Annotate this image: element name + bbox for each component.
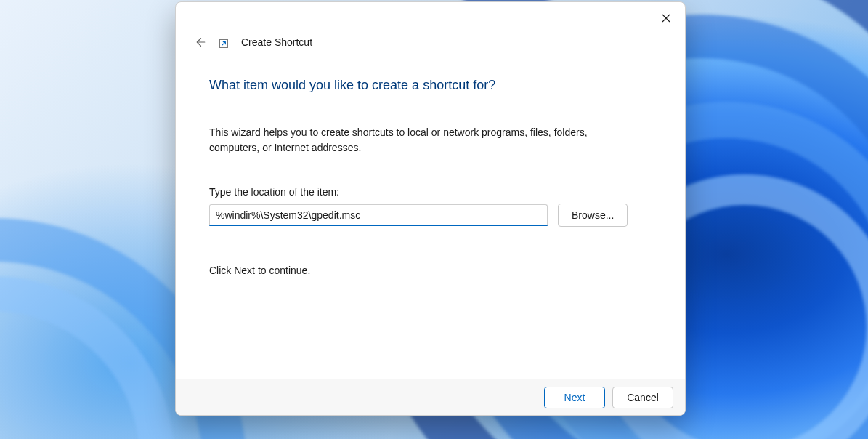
- wizard-description: This wizard helps you to create shortcut…: [209, 125, 616, 156]
- wizard-heading: What item would you like to create a sho…: [209, 78, 652, 93]
- location-row: Browse...: [209, 204, 652, 227]
- shortcut-arrow-icon: [221, 41, 227, 47]
- dialog-footer: Next Cancel: [176, 379, 685, 415]
- shortcut-icon: [219, 36, 231, 48]
- browse-button[interactable]: Browse...: [558, 204, 628, 227]
- cancel-button[interactable]: Cancel: [612, 387, 673, 408]
- back-button[interactable]: [190, 33, 209, 52]
- create-shortcut-dialog: Create Shortcut What item would you like…: [175, 1, 686, 416]
- titlebar: [176, 2, 685, 33]
- location-input[interactable]: [209, 204, 548, 226]
- close-icon: [662, 14, 670, 23]
- next-button[interactable]: Next: [544, 387, 605, 408]
- close-button[interactable]: [652, 7, 681, 30]
- dialog-header: Create Shortcut: [176, 33, 685, 57]
- dialog-title: Create Shortcut: [241, 36, 312, 48]
- continue-hint: Click Next to continue.: [209, 265, 652, 276]
- location-label: Type the location of the item:: [209, 186, 652, 198]
- arrow-left-icon: [193, 36, 206, 49]
- dialog-content: What item would you like to create a sho…: [176, 57, 685, 379]
